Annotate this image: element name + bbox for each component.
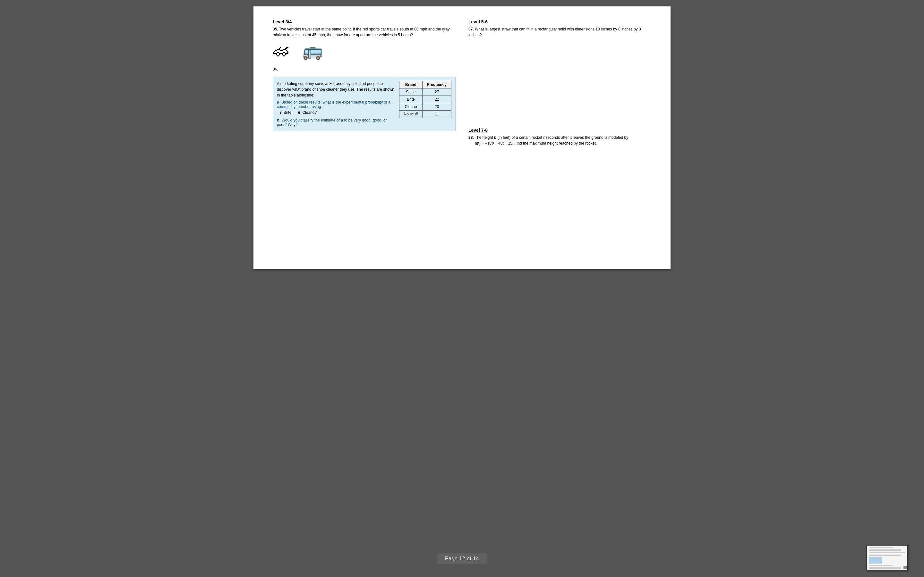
freq-brite: 22 [423, 96, 451, 103]
col-frequency: Frequency [423, 81, 451, 89]
q35-text: 35. Two vehicles travel start at the sam… [273, 26, 456, 38]
q36-intro-text: A marketing company surveys 80 randomly … [277, 81, 395, 98]
brand-shine: Shine [399, 89, 423, 96]
q38-text-before: The height [474, 135, 494, 140]
q36-part-a: a Based on these results, what is the ex… [277, 100, 395, 109]
part-a-label: a [277, 100, 279, 105]
part-b-a-var: a [341, 118, 343, 122]
table-row: Shine 27 [399, 89, 451, 96]
level-78-heading: Level 7-8 [468, 127, 651, 133]
q38-text: 38. The height h (in feet) of a certain … [468, 135, 651, 146]
level-78-section: Level 7-8 38. The height h (in feet) of … [468, 127, 651, 146]
table-row: Brite 22 [399, 96, 451, 103]
freq-cleano: 20 [423, 103, 451, 111]
thumbnail-resize-handle[interactable] [903, 566, 907, 569]
level-56-section: Level 5-6 37. What is largest straw that… [468, 19, 651, 38]
q36-part-b: b Would you classify the estimate of a t… [277, 118, 395, 127]
thumb-box [869, 557, 882, 564]
q37-body: What is largest straw that can fit in a … [468, 27, 641, 37]
part-b-label: b [277, 118, 279, 122]
col-brand: Brand [399, 81, 423, 89]
sub-ii-label: ii [298, 110, 300, 115]
sub-ii-text: Cleano? [302, 110, 317, 115]
thumb-line-3 [869, 552, 905, 553]
car-icons-container: 🏎 🚌 [273, 41, 456, 61]
thumb-line-6 [869, 567, 901, 569]
q38-formula: h(t) = −16t² + 48t + 15. Find the maximu… [475, 141, 597, 145]
thumb-line-2 [869, 550, 901, 551]
q36-box: A marketing company surveys 80 randomly … [273, 77, 456, 131]
thumb-line-4 [869, 554, 901, 556]
brand-noscuff: No scuff [399, 111, 423, 118]
freq-shine: 27 [423, 89, 451, 96]
left-column: Level 3/4 35. Two vehicles travel start … [273, 19, 456, 153]
thumb-line-1 [869, 547, 893, 548]
brand-cleano: Cleano [399, 103, 423, 111]
q37-text: 37. What is largest straw that can fit i… [468, 26, 651, 38]
level-56-heading: Level 5-6 [468, 19, 651, 24]
q36-left-content: A marketing company surveys 80 randomly … [277, 81, 395, 127]
sub-i: i Brite [280, 110, 291, 115]
brand-brite: Brite [399, 96, 423, 103]
page-indicator: Page 12 of 14 [437, 553, 487, 564]
part-b-text: Would you classify the estimate of [282, 118, 341, 122]
level-34-heading: Level 3/4 [273, 19, 456, 24]
q36-section: 36. A marketing company surveys 80 rando… [273, 67, 456, 131]
q35-body: Two vehicles travel start at the same po… [273, 27, 449, 37]
q38-number: 38. [468, 135, 474, 140]
q36-data-table: Brand Frequency Shine 27 Brite [399, 81, 452, 118]
level-34-section: Level 3/4 35. Two vehicles travel start … [273, 19, 456, 61]
thumbnail-inner [867, 546, 907, 570]
sub-i-text: Brite [284, 110, 292, 115]
thumb-line-5 [869, 565, 893, 566]
q36-parts: a Based on these results, what is the ex… [277, 100, 395, 127]
thumbnail-preview [866, 545, 908, 571]
sub-i-label: i [280, 110, 281, 115]
q35-number: 35. [273, 27, 278, 31]
table-row: Cleano 20 [399, 103, 451, 111]
sports-car-icon: 🏎 [273, 41, 289, 61]
part-a-text: Based on these results, what is the expe… [277, 100, 391, 109]
right-column: Level 5-6 37. What is largest straw that… [468, 19, 651, 153]
page-content: Level 3/4 35. Two vehicles travel start … [254, 6, 670, 269]
q38-text-after: seconds after it leaves the ground is mo… [544, 135, 628, 140]
q36-table-container: Brand Frequency Shine 27 Brite [399, 81, 452, 127]
q38-text-middle: (in feet) of a certain rocket [496, 135, 543, 140]
q37-number: 37. [468, 27, 474, 31]
q36-sub-items: i Brite ii Cleano? [280, 110, 395, 115]
sub-ii: ii Cleano? [298, 110, 317, 115]
minivan-icon: 🚌 [302, 41, 323, 61]
table-row: No scuff 11 [399, 111, 451, 118]
q36-number: 36. [273, 67, 456, 71]
freq-noscuff: 11 [423, 111, 451, 118]
table-header-row: Brand Frequency [399, 81, 451, 89]
table-body: Shine 27 Brite 22 Cleano 20 [399, 89, 451, 118]
